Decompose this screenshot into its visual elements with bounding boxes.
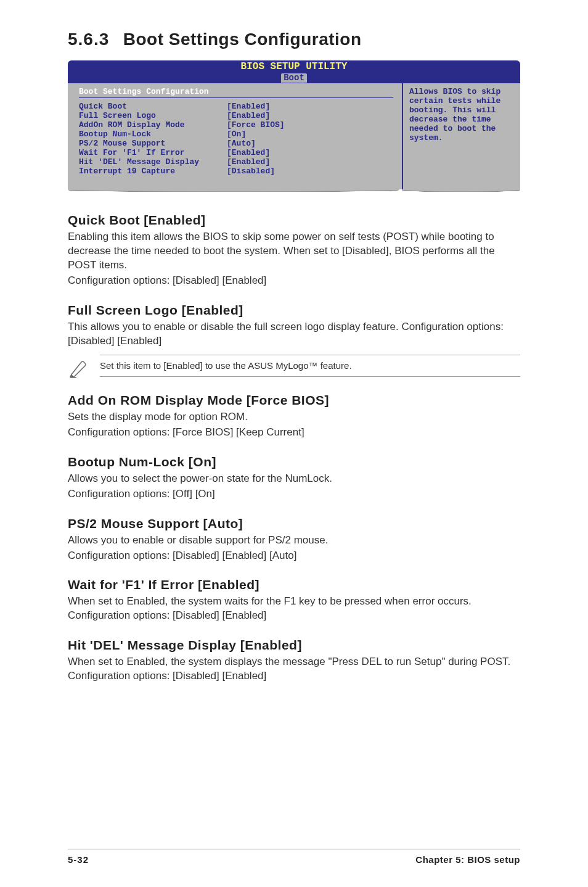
- paragraph: Configuration options: [Disabled] [Enabl…: [68, 549, 520, 563]
- bios-setting-label: AddOn ROM Display Mode: [79, 120, 227, 130]
- bios-setting-row: AddOn ROM Display Mode[Force BIOS]: [79, 120, 393, 130]
- bios-setting-value: [On]: [227, 130, 246, 139]
- paragraph: Allows you to select the power-on state …: [68, 472, 520, 486]
- heading-wait-f1: Wait for 'F1' If Error [Enabled]: [68, 577, 520, 592]
- bios-setting-label: Full Screen Logo: [79, 111, 227, 120]
- bios-setting-value: [Enabled]: [227, 148, 270, 157]
- heading-numlock: Bootup Num-Lock [On]: [68, 455, 520, 469]
- chapter-label: Chapter 5: BIOS setup: [415, 854, 520, 865]
- section-heading: 5.6.3 Boot Settings Configuration: [68, 30, 520, 49]
- bios-shadow: [68, 189, 520, 198]
- bios-tab-boot: Boot: [281, 73, 307, 83]
- paragraph: Configuration options: [Disabled] [Enabl…: [68, 274, 520, 288]
- bios-setting-row: Interrupt 19 Capture[Disabled]: [79, 167, 393, 176]
- bios-left-panel: Boot Settings Configuration Quick Boot[E…: [68, 83, 402, 189]
- bios-help-text: Allows BIOS to skip certain tests while …: [409, 87, 514, 142]
- heading-full-screen-logo: Full Screen Logo [Enabled]: [68, 303, 520, 318]
- heading-ps2: PS/2 Mouse Support [Auto]: [68, 516, 520, 531]
- pencil-icon: [68, 355, 89, 381]
- bios-setting-row: Quick Boot[Enabled]: [79, 102, 393, 111]
- bios-setting-value: [Force BIOS]: [227, 120, 285, 130]
- bios-header: BIOS SETUP UTILITY Boot: [68, 60, 520, 83]
- bios-help-panel: Allows BIOS to skip certain tests while …: [402, 83, 520, 189]
- bios-setting-label: Hit 'DEL' Message Display: [79, 157, 227, 167]
- bios-setting-value: [Enabled]: [227, 102, 270, 111]
- heading-addon-rom: Add On ROM Display Mode [Force BIOS]: [68, 393, 520, 408]
- bios-setting-value: [Disabled]: [227, 167, 275, 176]
- note-text: Set this item to [Enabled] to use the AS…: [100, 360, 352, 371]
- bios-setting-label: PS/2 Mouse Support: [79, 139, 227, 148]
- bios-group-title: Boot Settings Configuration: [79, 87, 393, 96]
- bios-setting-label: Interrupt 19 Capture: [79, 167, 227, 176]
- paragraph: Allows you to enable or disable support …: [68, 534, 520, 548]
- bios-setting-label: Quick Boot: [79, 102, 227, 111]
- bios-setting-row: Hit 'DEL' Message Display[Enabled]: [79, 157, 393, 167]
- paragraph: When set to Enabled, the system waits fo…: [68, 595, 520, 623]
- page-footer: 5-32 Chapter 5: BIOS setup: [68, 849, 520, 865]
- section-number: 5.6.3: [68, 30, 109, 49]
- bios-setting-label: Wait For 'F1' If Error: [79, 148, 227, 157]
- paragraph: Configuration options: [Force BIOS] [Kee…: [68, 426, 520, 440]
- paragraph: This allows you to enable or disable the…: [68, 320, 520, 349]
- bios-setting-value: [Auto]: [227, 139, 256, 148]
- bios-setting-row: Full Screen Logo[Enabled]: [79, 111, 393, 120]
- page-number: 5-32: [68, 854, 89, 865]
- paragraph: Sets the display mode for option ROM.: [68, 410, 520, 424]
- note-block: Set this item to [Enabled] to use the AS…: [68, 355, 520, 381]
- bios-header-title: BIOS SETUP UTILITY: [68, 62, 520, 73]
- section-title: Boot Settings Configuration: [123, 30, 362, 49]
- paragraph: Enabling this item allows the BIOS to sk…: [68, 230, 520, 273]
- paragraph: When set to Enabled, the system displays…: [68, 655, 520, 683]
- bios-setting-label: Bootup Num-Lock: [79, 130, 227, 139]
- heading-hit-del: Hit 'DEL' Message Display [Enabled]: [68, 638, 520, 653]
- bios-setting-row: PS/2 Mouse Support[Auto]: [79, 139, 393, 148]
- paragraph: Configuration options: [Off] [On]: [68, 487, 520, 501]
- heading-quick-boot: Quick Boot [Enabled]: [68, 213, 520, 228]
- bios-screenshot: BIOS SETUP UTILITY Boot Boot Settings Co…: [68, 60, 520, 198]
- bios-setting-row: Bootup Num-Lock[On]: [79, 130, 393, 139]
- bios-setting-value: [Enabled]: [227, 157, 270, 167]
- bios-setting-value: [Enabled]: [227, 111, 270, 120]
- bios-setting-row: Wait For 'F1' If Error[Enabled]: [79, 148, 393, 157]
